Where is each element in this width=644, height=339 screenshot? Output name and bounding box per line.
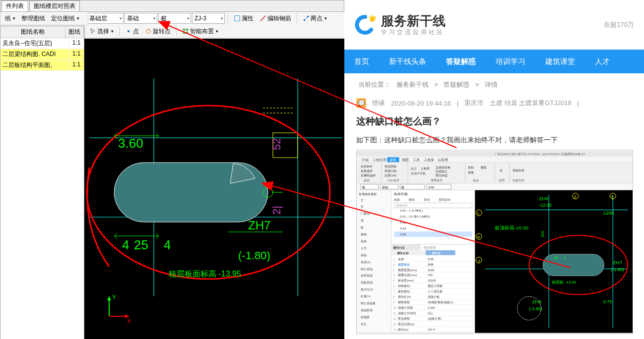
crumb-qa[interactable]: 答疑解惑 (444, 81, 469, 88)
post-title: 这种缺口桩怎么画？ (356, 115, 632, 128)
svg-text:设置比例: 设置比例 (385, 170, 396, 172)
svg-rect-8 (186, 29, 188, 31)
component-dropdown[interactable]: 桩 (158, 13, 191, 24)
svg-text:视图: 视图 (402, 158, 409, 162)
svg-text:异形: 异形 (428, 263, 434, 266)
select-button[interactable]: 选择▾ (87, 26, 116, 37)
svg-text:开始: 开始 (362, 158, 369, 162)
post: 💬 惜缘 2020-08-20 19:44:16 | 重庆市 土建 结算 土建算… (344, 96, 644, 336)
svg-text:(-1.80): (-1.80) (611, 267, 624, 272)
svg-text:K: K (477, 235, 480, 239)
svg-text:长度标注: 长度标注 (436, 170, 448, 173)
table-row[interactable]: 二层板结构平面图。1:1 (0, 60, 84, 71)
site-logo[interactable]: 服务新干线 学习交流应用社区 (354, 13, 446, 36)
cad-viewport[interactable]: 3.60 4 25 4 ZH7 (-1.80) 核层板面标高 -13.95 52… (84, 39, 344, 339)
svg-text:独立基础: 独立基础 (361, 267, 373, 271)
tab-layer-floor-compare[interactable]: 图纸楼层对照表 (29, 0, 80, 11)
svg-text:桩深度(mm): 桩深度(mm) (397, 279, 414, 282)
logo-title: 服务新干线 (381, 13, 446, 29)
svg-text:构件列表: 构件列表 (393, 192, 408, 196)
svg-text:ZH7: ZH7 (248, 219, 270, 232)
svg-text:门窗洞: 门窗洞 (361, 212, 370, 215)
code-dropdown[interactable]: ZJ-3 (192, 13, 225, 24)
svg-text:筏板基础: 筏板基础 (361, 281, 373, 284)
property-button[interactable]: 属性 (231, 13, 256, 24)
svg-text:混凝土强度...: 混凝土强度... (398, 306, 415, 309)
rebar-icon (259, 15, 266, 22)
nav-item[interactable]: 培训学习 (496, 57, 525, 66)
svg-text:云检查: 云检查 (421, 167, 430, 170)
toolbar-draw: 选择▾ 点 旋转点 智能布置▾ (84, 25, 349, 38)
avatar[interactable]: 💬 (356, 98, 366, 108)
logo-icon (354, 14, 376, 36)
nav-item[interactable]: 答疑解惑 (446, 57, 476, 66)
post-body: 如下图：这种缺口桩怎么画？我画出来始终不对，请老师解答一下 (356, 136, 632, 145)
svg-text:3-52: 3-52 (400, 221, 406, 224)
locate-paper-button[interactable]: 定位图纸▾ (49, 13, 82, 24)
post-sep: | (457, 100, 458, 107)
search-placeholder[interactable]: 在超170万 (604, 20, 634, 29)
svg-text:2: 2 (574, 195, 577, 199)
svg-text:绘图: 绘图 (499, 179, 505, 182)
svg-text:(C30): (C30) (428, 306, 435, 309)
panel-tabs: 件列表 图纸楼层对照表 (0, 0, 344, 12)
svg-text:(-1.80): (-1.80) (529, 306, 542, 311)
smart-layout-button[interactable]: 智能布置▾ (180, 26, 221, 37)
nav-item[interactable]: 建筑课堂 (545, 57, 575, 66)
svg-text:泵送高度(m): 泵送高度(m) (398, 322, 414, 326)
category-dropdown[interactable]: 基础 (125, 13, 157, 24)
rotate-point-button[interactable]: 旋转点 (142, 26, 173, 37)
toolbar-layer: 基础层 基础 桩 ZJ-3 属性 编辑钢筋 两点▾ (84, 12, 349, 25)
svg-text:2|: 2| (270, 206, 283, 215)
crumb-home[interactable]: 服务新干线 (396, 81, 429, 88)
svg-text:图层管理: 图层管理 (424, 246, 436, 249)
svg-text:删除: 删除 (409, 198, 415, 201)
svg-text:3-75: 3-75 (603, 299, 612, 304)
nav-item[interactable]: 新干线头条 (389, 57, 426, 66)
svg-text:3-59: 3-59 (400, 233, 406, 236)
svg-text:200: 200 (540, 230, 545, 237)
svg-text:属性名称: 属性名称 (397, 252, 409, 255)
svg-text:板: 板 (360, 226, 364, 229)
nav-item[interactable]: 首页 (354, 57, 369, 66)
nav-item[interactable]: 人才 (595, 57, 610, 66)
author[interactable]: 惜缘 (372, 99, 385, 108)
breadcrumb: 当前位置： 服务新干线 > 答疑解惑 > 详情 (344, 73, 644, 96)
svg-text:(特细砂预算混凝土): (特细砂预算混凝土) (428, 301, 453, 304)
table-row[interactable]: 吴永良--住宅(五层)1:1 (0, 38, 84, 49)
svg-text:独立基础单: 独立基础单 (361, 301, 376, 305)
paper-button[interactable]: 纸▾ (2, 13, 18, 24)
svg-text:5: 5 (611, 195, 614, 199)
table-row[interactable]: 二层梁结构图. CADI1:1 (0, 49, 84, 60)
edit-rebar-button[interactable]: 编辑钢筋 (257, 13, 294, 24)
svg-text:查找替换: 查找替换 (385, 165, 396, 168)
svg-text:13: 13 (393, 323, 396, 326)
svg-text:(-1.80): (-1.80) (238, 249, 270, 262)
svg-point-35 (370, 18, 374, 22)
svg-text:选择: 选择 (364, 179, 370, 182)
layer-dropdown[interactable]: 基础层 (87, 13, 124, 24)
svg-text:4: 4 (122, 237, 129, 252)
svg-text:智能布置: 智能布置 (513, 169, 524, 172)
svg-text:楼梯: 楼梯 (361, 233, 367, 236)
svg-text:混凝土桩: 混凝土桩 (428, 295, 440, 298)
svg-text:工程设置: 工程设置 (373, 158, 386, 162)
svg-text:ZH7: ZH7 (613, 260, 622, 265)
svg-text:图元存盘: 图元存盘 (436, 174, 448, 177)
svg-text:9: 9 (393, 301, 394, 304)
svg-text:7: 7 (393, 290, 394, 293)
svg-text:板顶标高-15.00: 板顶标高-15.00 (494, 225, 529, 230)
tab-component-list[interactable]: 件列表 (1, 0, 28, 11)
point-button[interactable]: 点 (123, 26, 141, 37)
svg-text:工具: 工具 (413, 158, 420, 162)
two-point-button[interactable]: 两点▾ (300, 13, 329, 24)
svg-text:自动平齐板: 自动平齐板 (411, 171, 426, 175)
svg-text:柱墩(Y): 柱墩(Y) (361, 295, 371, 298)
col-name: 图纸名称 (0, 26, 65, 38)
svg-text:条形基础: 条形基础 (361, 274, 373, 277)
organize-paper-button[interactable]: 整理图纸 (19, 13, 48, 24)
svg-rect-5 (128, 30, 129, 32)
svg-text:3-53: 3-53 (400, 227, 406, 230)
svg-text:梁: 梁 (361, 219, 364, 222)
svg-text:土方: 土方 (361, 246, 367, 250)
